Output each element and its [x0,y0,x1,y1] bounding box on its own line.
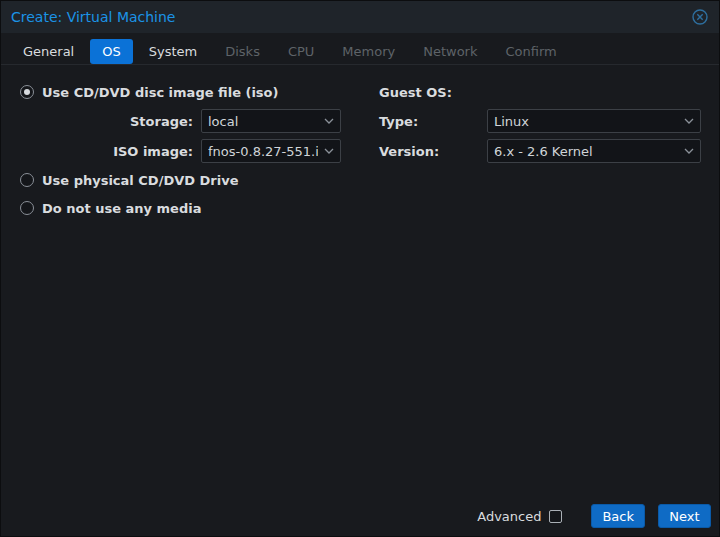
tab-network: Network [411,39,489,64]
chevron-down-icon [684,118,694,124]
guest-os-column: Guest OS: Type: Linux Version: 6.x - 2.6… [379,81,701,225]
tab-system[interactable]: System [137,39,209,64]
chevron-down-icon [684,148,694,154]
os-type-label: Type: [379,114,487,129]
iso-image-row: ISO image: fnos-0.8.27-551.iso [13,139,365,163]
radio-use-iso-label: Use CD/DVD disc image file (iso) [42,85,278,100]
os-type-row: Type: Linux [379,109,701,133]
storage-value: local [208,114,318,129]
dialog-titlebar: Create: Virtual Machine [1,1,719,33]
dialog-content: Use CD/DVD disc image file (iso) Storage… [1,65,719,225]
create-vm-dialog: Create: Virtual Machine General OS Syste… [0,0,720,537]
radio-no-media[interactable]: Do not use any media [20,197,365,219]
os-version-select[interactable]: 6.x - 2.6 Kernel [487,139,701,163]
media-column: Use CD/DVD disc image file (iso) Storage… [13,81,365,225]
os-type-value: Linux [494,114,678,129]
storage-label: Storage: [13,114,201,129]
os-type-select[interactable]: Linux [487,109,701,133]
radio-use-iso[interactable]: Use CD/DVD disc image file (iso) [20,81,365,103]
tab-general[interactable]: General [11,39,86,64]
os-version-label: Version: [379,144,487,159]
tab-os[interactable]: OS [90,39,132,64]
radio-selected-icon [20,85,34,99]
os-version-row: Version: 6.x - 2.6 Kernel [379,139,701,163]
tab-memory: Memory [330,39,407,64]
advanced-label: Advanced [477,509,541,524]
close-icon[interactable] [691,8,709,26]
radio-unselected-icon [20,173,34,187]
iso-image-value: fnos-0.8.27-551.iso [208,144,318,159]
chevron-down-icon [324,148,334,154]
tab-disks: Disks [213,39,272,64]
tab-confirm: Confirm [494,39,569,64]
back-button[interactable]: Back [591,504,645,528]
tab-bar: General OS System Disks CPU Memory Netwo… [1,33,719,65]
radio-physical-drive-label: Use physical CD/DVD Drive [42,173,239,188]
os-version-value: 6.x - 2.6 Kernel [494,144,678,159]
iso-image-select[interactable]: fnos-0.8.27-551.iso [201,139,341,163]
tab-cpu: CPU [276,39,326,64]
iso-image-label: ISO image: [13,144,201,159]
guest-os-heading: Guest OS: [379,81,701,103]
next-button[interactable]: Next [658,504,711,528]
chevron-down-icon [324,118,334,124]
advanced-checkbox[interactable] [549,510,562,523]
dialog-footer: Advanced Back Next [477,504,711,528]
radio-no-media-label: Do not use any media [42,201,201,216]
storage-select[interactable]: local [201,109,341,133]
radio-physical-drive[interactable]: Use physical CD/DVD Drive [20,169,365,191]
dialog-title: Create: Virtual Machine [11,9,176,25]
storage-row: Storage: local [13,109,365,133]
radio-unselected-icon [20,201,34,215]
